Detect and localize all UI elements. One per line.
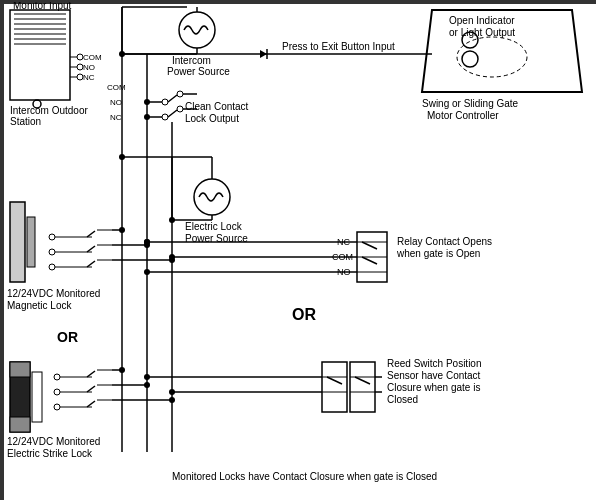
svg-rect-118 [10,417,30,432]
svg-point-151 [144,99,150,105]
electric-lock-power-label: Electric Lock [185,221,243,232]
svg-text:NC: NC [110,113,122,122]
clean-contact-label: Clean Contact [185,101,249,112]
svg-point-113 [144,242,150,248]
intercom-power-label: Intercom [172,55,211,66]
open-indicator-label: Open Indicator [449,15,515,26]
magnetic-lock-label: 12/24VDC Monitored [7,288,100,299]
svg-rect-93 [27,217,35,267]
svg-point-73 [144,269,150,275]
svg-point-149 [119,51,125,57]
intercom-outdoor-label: Intercom Outdoor [10,105,88,116]
or-label-top: OR [292,306,316,323]
press-to-exit-label: Press to Exit Button Input [282,41,395,52]
svg-text:Electric Strike Lock: Electric Strike Lock [7,448,93,459]
svg-text:Lock Output: Lock Output [185,113,239,124]
svg-rect-92 [10,202,25,282]
svg-text:when gate is Open: when gate is Open [396,248,480,259]
svg-text:or Light Output: or Light Output [449,27,515,38]
monitor-input-label: Monitor Input [13,2,72,11]
svg-text:Motor Controller: Motor Controller [427,110,499,121]
svg-text:Closed: Closed [387,394,418,405]
svg-text:Sensor have Contact: Sensor have Contact [387,370,481,381]
relay-contact-label: Relay Contact Opens [397,236,492,247]
svg-text:COM: COM [83,53,102,62]
svg-point-90 [169,389,175,395]
electric-strike-label: 12/24VDC Monitored [7,436,100,447]
svg-point-114 [169,257,175,263]
svg-text:NC: NC [83,73,95,82]
svg-text:Closure when gate is: Closure when gate is [387,382,480,393]
svg-text:NO: NO [110,98,122,107]
reed-switch-label: Reed Switch Position [387,358,482,369]
diagram-container: Monitor Input COM NO NC Intercom Outdoor… [0,0,596,500]
svg-text:Station: Station [10,116,41,127]
monitored-locks-label: Monitored Locks have Contact Closure whe… [172,471,437,482]
svg-point-112 [119,227,125,233]
svg-point-152 [144,114,150,120]
svg-rect-117 [10,362,30,377]
svg-point-139 [144,382,150,388]
svg-point-89 [144,374,150,380]
svg-text:COM: COM [107,83,126,92]
svg-text:Magnetic Lock: Magnetic Lock [7,300,72,311]
svg-point-140 [169,397,175,403]
svg-point-150 [119,154,125,160]
svg-point-138 [119,367,125,373]
svg-text:Power Source: Power Source [167,66,230,77]
svg-text:NO: NO [83,63,95,72]
svg-point-153 [169,217,175,223]
swing-gate-label: Swing or Sliding Gate [422,98,519,109]
or-label-left: OR [57,329,78,345]
